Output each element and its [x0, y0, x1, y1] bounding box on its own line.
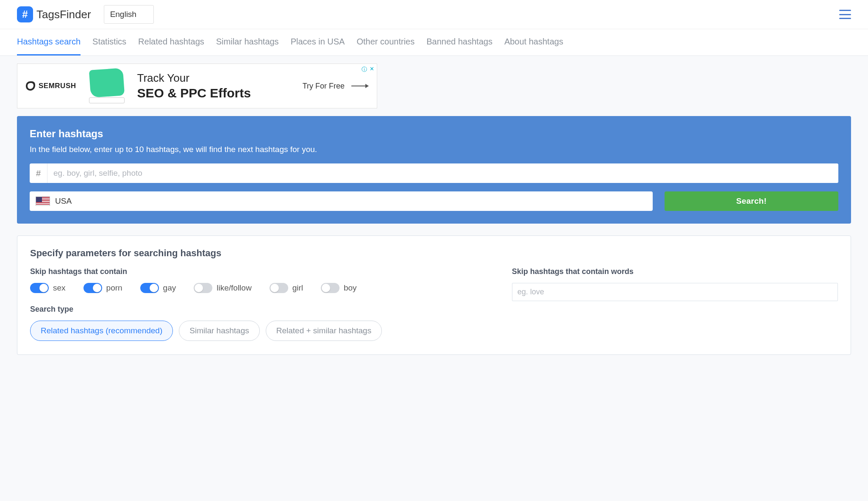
params-panel: Specify parameters for searching hashtag… — [17, 235, 851, 355]
toggle-label: sex — [53, 283, 66, 293]
nav-tabs: Hashtags search Statistics Related hasht… — [0, 29, 868, 56]
hash-icon: # — [17, 6, 33, 22]
ad-controls: ⓘ ✕ — [362, 66, 374, 73]
usa-flag-icon — [36, 197, 50, 206]
ad-cta-text: Try For Free — [303, 82, 345, 91]
toggle-sex[interactable] — [30, 283, 49, 293]
language-select[interactable]: English — [104, 5, 154, 24]
app-name: TagsFinder — [36, 8, 91, 21]
hashtag-input[interactable] — [47, 163, 838, 183]
toggle-item-sex: sex — [30, 283, 66, 293]
tab-related-hashtags[interactable]: Related hashtags — [138, 29, 204, 55]
toggle-label: boy — [344, 283, 357, 293]
toggle-gay[interactable] — [140, 283, 159, 293]
search-button[interactable]: Search! — [665, 191, 838, 211]
ad-line1: Track Your — [137, 71, 293, 85]
skip-words-label: Skip hashtags that contain words — [512, 267, 838, 276]
toggle-boy[interactable] — [321, 283, 339, 293]
pill-related[interactable]: Related hashtags (recommended) — [30, 321, 173, 341]
toggle-label: like/follow — [217, 283, 251, 293]
search-panel-title: Enter hashtags — [30, 128, 838, 140]
ad-banner[interactable]: SEMRUSH Track Your SEO & PPC Efforts Try… — [17, 64, 377, 108]
skip-contain-label: Skip hashtags that contain — [30, 267, 487, 276]
hash-prefix: # — [30, 163, 47, 183]
pill-related-similar[interactable]: Related + similar hashtags — [266, 321, 382, 341]
skip-words-input[interactable] — [512, 283, 838, 301]
toggle-item-boy: boy — [321, 283, 357, 293]
menu-icon[interactable] — [839, 10, 851, 19]
toggle-label: gay — [163, 283, 176, 293]
search-type-label: Search type — [30, 305, 487, 314]
tab-other-countries[interactable]: Other countries — [356, 29, 415, 55]
tab-hashtags-search[interactable]: Hashtags search — [17, 29, 81, 55]
toggle-likefollow[interactable] — [194, 283, 212, 293]
topbar: # TagsFinder English — [0, 0, 868, 29]
tab-similar-hashtags[interactable]: Similar hashtags — [216, 29, 279, 55]
language-value: English — [110, 10, 136, 19]
toggle-label: porn — [106, 283, 122, 293]
ad-text: Track Your SEO & PPC Efforts — [137, 71, 293, 101]
app-logo[interactable]: # TagsFinder — [17, 6, 91, 22]
ad-line2: SEO & PPC Efforts — [137, 85, 293, 101]
search-panel: Enter hashtags In the field below, enter… — [17, 116, 851, 224]
toggle-item-likefollow: like/follow — [194, 283, 251, 293]
country-value: USA — [55, 197, 72, 206]
toggle-item-girl: girl — [270, 283, 303, 293]
tab-banned-hashtags[interactable]: Banned hashtags — [426, 29, 492, 55]
arrow-right-icon — [351, 86, 368, 86]
params-title: Specify parameters for searching hashtag… — [30, 248, 838, 259]
skip-toggles: sex porn gay like/follow — [30, 283, 487, 293]
ad-illustration — [86, 67, 128, 105]
toggle-porn[interactable] — [83, 283, 102, 293]
tab-places-in-usa[interactable]: Places in USA — [291, 29, 345, 55]
toggle-label: girl — [292, 283, 303, 293]
ad-brand: SEMRUSH — [26, 81, 76, 91]
ad-close-icon[interactable]: ✕ — [370, 66, 374, 73]
country-select[interactable]: USA — [30, 191, 653, 211]
pill-similar[interactable]: Similar hashtags — [179, 321, 259, 341]
search-type-options: Related hashtags (recommended) Similar h… — [30, 321, 487, 341]
search-panel-subtitle: In the field below, enter up to 10 hasht… — [30, 145, 838, 154]
toggle-girl[interactable] — [270, 283, 288, 293]
toggle-item-gay: gay — [140, 283, 176, 293]
toggle-item-porn: porn — [83, 283, 122, 293]
ad-cta[interactable]: Try For Free — [303, 82, 368, 91]
hashtag-input-row: # — [30, 163, 838, 183]
tab-about-hashtags[interactable]: About hashtags — [504, 29, 563, 55]
ad-info-icon[interactable]: ⓘ — [362, 66, 367, 73]
semrush-icon — [26, 81, 35, 91]
ad-brand-text: SEMRUSH — [39, 82, 76, 90]
tab-statistics[interactable]: Statistics — [92, 29, 126, 55]
